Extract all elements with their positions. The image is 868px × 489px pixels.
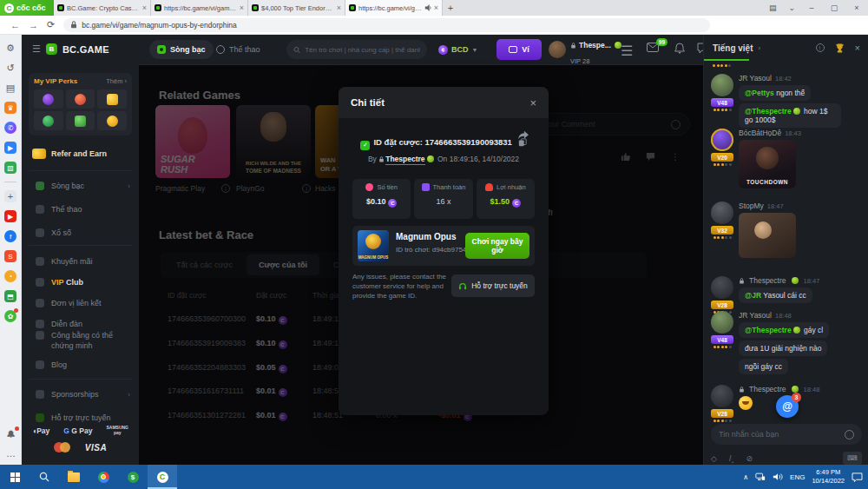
chat-input-box[interactable] [711,424,862,445]
perk-gem-icon[interactable] [34,89,63,109]
chat-username[interactable]: Thespectre [749,276,786,285]
wallet-button[interactable]: Ví [496,39,542,60]
taskbar-search-icon[interactable] [30,465,59,489]
refer-and-earn-button[interactable]: Refer and Earn [29,142,132,165]
emoji-smiley-icon[interactable] [845,430,854,439]
sidebar-item-casino[interactable]: Sòng bạc› [22,176,139,195]
mention-notification-button[interactable]: @ 3 [776,395,799,418]
chat-username[interactable]: BócBátHọDê [739,129,781,137]
trophy-icon[interactable] [835,43,845,53]
coccoc-brand-button[interactable]: C cốc cốc [0,0,54,16]
live-support-button[interactable]: Hỗ trợ trực tuyến [451,274,535,297]
dice-bet-icon[interactable]: ◇ [711,454,717,463]
add-shortcut-icon[interactable]: + [4,190,16,202]
avatar[interactable] [711,385,733,407]
notifications-bell-icon[interactable] [674,43,688,56]
video-feed-icon[interactable]: ▶ [4,142,16,154]
money-app-icon[interactable]: $ [118,465,148,489]
chrome-icon[interactable] [89,465,118,489]
perk-star-icon[interactable] [97,89,127,109]
gift-icon[interactable]: ⬒ [4,290,16,302]
chat-language-tab[interactable]: Tiếng việt [713,43,753,53]
perk-chick-icon[interactable] [97,111,127,130]
settings-gear-icon[interactable]: ⚙ [4,42,16,54]
window-maximize-button[interactable]: ▢ [823,3,845,12]
chat-image-gif[interactable] [739,213,796,258]
network-icon[interactable] [755,472,766,481]
user-chip[interactable]: Thespe... VIP 28 [570,41,623,68]
block-icon[interactable]: ⊘ [746,454,753,463]
sidebar-item-provably-fair[interactable]: Công bằng có thể chứng minh [22,329,139,357]
action-center-icon[interactable] [852,472,863,482]
send-message-button[interactable]: ⌨ [843,452,862,465]
start-button[interactable] [0,465,30,489]
tab-close-icon[interactable]: × [434,3,438,12]
show-hidden-icons-chevron[interactable]: ∧ [743,473,748,481]
sidebar-item-sports[interactable]: Thể thao [22,200,139,219]
newsfeed-icon[interactable]: ▤ [4,82,16,94]
sidebar-item-vip-club[interactable]: VIP Club [22,273,139,292]
avatar[interactable] [711,276,733,299]
chat-username[interactable]: JR Yasoul [739,74,772,83]
tab-close-icon[interactable]: × [142,3,147,12]
play-now-button[interactable]: Chơi ngay bây giờ [465,233,529,259]
chat-rules-icon[interactable]: ! [816,43,825,52]
tab-close-icon[interactable]: × [240,3,244,12]
mail-icon[interactable]: 99 [647,43,661,56]
volume-icon[interactable] [773,472,783,481]
new-tab-button[interactable]: + [443,0,458,16]
nav-sports-button[interactable]: Thể thao [208,40,268,59]
forward-button[interactable]: → [29,20,38,30]
currency-selector[interactable]: ¢ BCD ▼ [438,40,477,59]
reading-list-icon[interactable]: ▤ [769,3,777,12]
rail-more-icon[interactable]: … [5,447,17,459]
avatar[interactable] [711,74,733,96]
tab-close-icon[interactable]: × [337,3,341,12]
coccoc-taskbar-icon[interactable]: C [148,465,177,489]
tab-search-icon[interactable]: ⌄ [788,3,795,12]
notifications-bell-icon[interactable]: 🔔︎ [5,428,17,440]
nav-casino-button[interactable]: Sòng bạc [149,40,214,59]
avatar[interactable] [711,129,733,151]
user-avatar[interactable] [549,41,566,58]
transactions-list-icon[interactable]: ☰ [621,43,635,56]
tab-audio-icon[interactable] [424,4,431,11]
browser-tab-2[interactable]: https://bc.game/vi/game/th × [151,0,248,16]
shopee-icon[interactable]: S [4,250,16,262]
chevron-right-icon[interactable]: › [759,44,761,52]
file-explorer-icon[interactable] [59,465,89,489]
chat-message-input[interactable] [719,430,832,439]
sidebar-collapse-icon[interactable]: ☰ [32,43,41,55]
copy-icon[interactable] [518,138,527,147]
perk-bottle-icon[interactable] [34,111,63,130]
browser-tab-4-active[interactable]: https://bc.game/vi/game × [345,0,443,16]
window-close-button[interactable]: × [845,3,868,12]
chat-close-icon[interactable]: × [855,43,860,53]
magnum-opus-thumbnail[interactable]: MAGNUM OPUS [358,230,389,261]
bettor-name[interactable]: Thespectre [385,155,424,165]
sidebar-item-blog[interactable]: Blog [22,355,139,374]
chat-username[interactable]: StopMy [739,202,764,210]
back-button[interactable]: ← [10,20,20,30]
avatar[interactable] [711,202,733,224]
bcgame-logo-text[interactable]: BC.GAME [62,44,109,55]
chat-username[interactable]: JR Yasoul [739,311,772,320]
chat-username[interactable]: Thespectre [749,385,786,393]
vip-perks-more-link[interactable]: Thêm › [106,77,127,85]
search-input[interactable] [305,46,420,54]
browser-tab-3[interactable]: $4,000 Top Tier Endorphina × [248,0,345,16]
gamepad-icon[interactable]: ▧ [4,162,16,174]
chat-image-touchdown[interactable]: TOUCHDOWN [739,140,796,188]
sidebar-item-promotions[interactable]: Khuyến mãi [22,252,139,271]
perk-wheel-icon[interactable] [66,89,95,109]
crown-vip-icon[interactable]: ♛ [4,102,16,114]
messenger-icon[interactable]: ✆ [4,122,16,134]
reload-button[interactable]: ⟳ [47,19,55,30]
promo-leaf-icon[interactable]: ✿ [4,310,16,322]
facebook-icon[interactable]: f [4,230,16,242]
window-minimize-button[interactable]: – [800,3,823,12]
sidebar-item-affiliate[interactable]: Đơn vị liên kết [22,294,139,313]
slash-command-icon[interactable]: /‸ [729,454,734,463]
history-icon[interactable]: ↺ [4,62,16,74]
sidebar-item-lottery[interactable]: Xổ số [22,223,139,242]
